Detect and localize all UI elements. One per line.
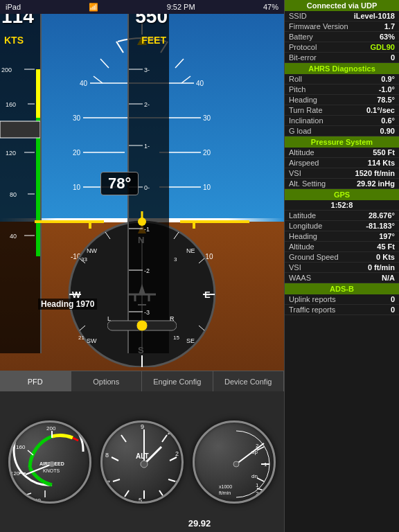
svg-text:30: 30 [73, 114, 81, 122]
aircraft-symbol-svg [35, 204, 249, 239]
svg-text:40: 40 [10, 233, 17, 240]
uplink-row: Uplink reports 0 [285, 294, 399, 305]
svg-point-116 [49, 461, 55, 467]
vvi-gauge-svg: 2 1 up dn 1 2 x1000 ft/min [195, 423, 276, 504]
firmware-row: Firmware Version 1.7 [285, 21, 399, 32]
svg-text:200: 200 [46, 425, 56, 432]
gps-vsi-label: VSI [289, 263, 301, 272]
svg-line-29 [181, 76, 190, 83]
svg-point-65 [136, 320, 148, 331]
traffic-value: 0 [391, 305, 395, 314]
battery-row: Battery 63% [285, 32, 399, 42]
svg-text:9: 9 [141, 423, 144, 430]
pressure-altitude-label: Altitude [289, 148, 314, 157]
roll-row: Roll 0.9° [285, 74, 399, 85]
latitude-label: Latitude [289, 211, 316, 220]
turnrate-value: 0.1°/sec [366, 106, 395, 114]
svg-text:ALT: ALT [136, 452, 149, 460]
svg-text:20: 20 [203, 149, 211, 157]
groundspeed-value: 0 Kts [376, 253, 395, 261]
right-panel: Connected via UDP SSID iLevel-1018 Firmw… [284, 0, 399, 532]
svg-text:L: L [107, 315, 111, 322]
svg-text:30: 30 [203, 114, 211, 122]
waas-label: WAAS [289, 274, 311, 282]
pfd-area: 10 10 20 20 30 30 40 40 -10 -10 -20 -20 [0, 0, 284, 371]
pressure-airspeed-label: Airspeed [289, 159, 319, 167]
svg-text:10: 10 [73, 184, 81, 191]
airspeed-unit: KTS [4, 35, 24, 46]
svg-line-125 [159, 490, 163, 497]
alt-setting-row: Alt. Setting 29.92 inHg [285, 179, 399, 189]
biterror-value: 0 [391, 53, 395, 62]
time-display: 9:52 PM [167, 3, 195, 11]
svg-text:-2: -2 [144, 267, 150, 274]
svg-text:10: 10 [203, 184, 211, 191]
svg-line-131 [113, 479, 120, 481]
svg-text:ft/min: ft/min [219, 490, 231, 495]
svg-line-135 [121, 435, 126, 442]
gload-row: G load 0.90 [285, 126, 399, 136]
svg-text:120: 120 [10, 470, 20, 477]
svg-text:1: 1 [256, 482, 259, 488]
tab-engine-config[interactable]: Engine Config [142, 371, 213, 391]
gps-heading-label: Heading [289, 232, 317, 240]
pressure-header: Pressure System [285, 136, 399, 148]
vvi-gauge: 2 1 up dn 1 2 x1000 ft/min [193, 420, 276, 504]
uplink-value: 0 [391, 295, 395, 303]
pressure-vsi-value: 1520 ft/min [355, 169, 395, 177]
baro-setting: 29.92 [188, 518, 211, 529]
turnrate-row: Turn Rate 0.1°/sec [285, 105, 399, 116]
tab-pfd[interactable]: PFD [0, 371, 71, 391]
svg-text:1-: 1- [144, 143, 150, 150]
pitch-label: Pitch [289, 85, 305, 94]
turnrate-label: Turn Rate [289, 106, 323, 114]
svg-text:20: 20 [73, 149, 81, 157]
gps-altitude-value: 45 Ft [377, 242, 395, 251]
svg-point-139 [141, 461, 148, 468]
svg-text:80: 80 [10, 191, 17, 198]
ahrs-heading-value: 78.5° [377, 96, 395, 104]
ahrs-header: AHRS Diagnostics [285, 63, 399, 74]
slip-indicator: L R [107, 315, 177, 336]
svg-text:40: 40 [80, 80, 88, 87]
gps-vsi-row: VSI 0 ft/min [285, 263, 399, 273]
altitude-unit: FEET [141, 35, 166, 46]
gps-header: GPS [285, 189, 399, 200]
ssid-value: iLevel-1018 [354, 12, 395, 20]
svg-line-129 [125, 490, 129, 497]
alt-setting-label: Alt. Setting [289, 179, 326, 188]
svg-line-133 [112, 457, 118, 461]
tab-device-config[interactable]: Device Config [213, 371, 285, 391]
ssid-label: SSID [289, 12, 307, 20]
firmware-label: Firmware Version [289, 22, 348, 30]
svg-text:21: 21 [78, 335, 85, 341]
svg-text:0: 0 [69, 497, 73, 504]
svg-text:dn: dn [251, 473, 258, 479]
svg-text:8: 8 [105, 452, 109, 459]
svg-line-154 [236, 443, 264, 464]
svg-text:40: 40 [196, 80, 204, 87]
svg-line-24 [116, 42, 123, 53]
battery-label: Battery [289, 33, 313, 41]
svg-line-123 [168, 479, 175, 481]
groundspeed-row: Ground Speed 0 Kts [285, 252, 399, 263]
svg-text:0-: 0- [144, 184, 150, 191]
svg-text:R: R [170, 315, 175, 322]
svg-text:3: 3 [175, 479, 179, 486]
gps-heading-row: Heading 197° [285, 231, 399, 242]
groundspeed-label: Ground Speed [289, 253, 339, 261]
svg-text:6: 6 [118, 497, 121, 504]
gps-altitude-label: Altitude [289, 242, 314, 251]
battery-value: 63% [380, 33, 395, 41]
tab-options[interactable]: Options [71, 371, 143, 391]
svg-text:3: 3 [174, 256, 177, 263]
svg-line-148 [257, 478, 264, 481]
status-bar: iPad 📶 9:52 PM 47% [0, 0, 284, 14]
svg-line-28 [94, 76, 103, 83]
protocol-row: Protocol GDL90 [285, 42, 399, 53]
tab-bar: PFD Options Engine Config Device Config [0, 371, 284, 391]
inclination-row: Inclination 0.6° [285, 116, 399, 126]
roll-value: 0.9° [381, 75, 395, 83]
roll-label: Roll [289, 75, 302, 83]
svg-line-101 [73, 438, 78, 441]
